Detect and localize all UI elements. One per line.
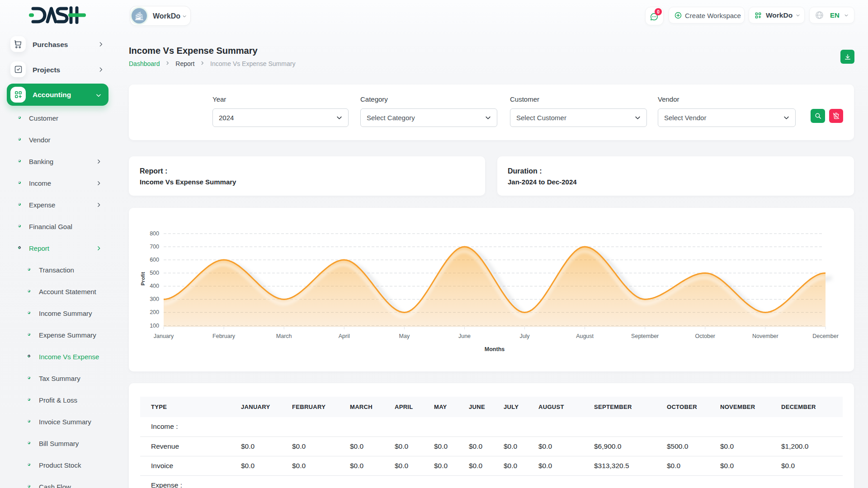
svg-text:August: August bbox=[576, 333, 594, 339]
svg-text:July: July bbox=[519, 333, 530, 339]
svg-text:800: 800 bbox=[150, 230, 159, 237]
svg-text:100: 100 bbox=[150, 323, 159, 329]
svg-text:November: November bbox=[752, 333, 778, 339]
svg-text:Profit: Profit bbox=[140, 272, 146, 286]
svg-text:September: September bbox=[631, 333, 659, 339]
svg-text:October: October bbox=[695, 333, 715, 339]
svg-text:December: December bbox=[812, 333, 839, 339]
svg-text:March: March bbox=[276, 333, 292, 339]
svg-text:January: January bbox=[154, 333, 174, 339]
svg-text:April: April bbox=[339, 333, 350, 339]
svg-text:June: June bbox=[458, 333, 471, 339]
svg-text:February: February bbox=[212, 333, 236, 339]
svg-text:300: 300 bbox=[150, 296, 159, 302]
svg-text:400: 400 bbox=[150, 283, 159, 289]
svg-text:700: 700 bbox=[150, 244, 159, 250]
svg-text:May: May bbox=[399, 333, 410, 339]
svg-text:500: 500 bbox=[150, 270, 159, 276]
svg-text:Months: Months bbox=[485, 346, 505, 352]
svg-text:600: 600 bbox=[150, 257, 159, 263]
svg-text:200: 200 bbox=[150, 309, 159, 315]
